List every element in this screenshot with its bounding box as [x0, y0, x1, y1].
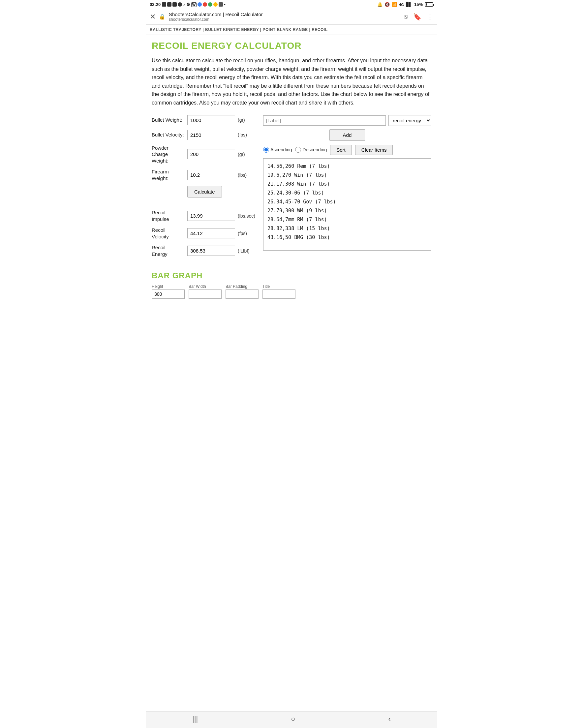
- label-row: recoil energy recoil impulse recoil velo…: [263, 115, 431, 126]
- status-right: 🔔 🔇 📶 4G ▊▌ 15%: [377, 2, 433, 7]
- list-item: 26.34,45-70 Gov (7 lbs): [268, 198, 427, 206]
- bookmark-icon[interactable]: 🔖: [413, 13, 422, 21]
- bullet-velocity-row: Bullet Velocity: (fps): [152, 130, 255, 140]
- bullet-velocity-unit: (fps): [238, 132, 247, 137]
- descending-text: Descending: [302, 147, 327, 152]
- title-label: Title: [262, 284, 296, 289]
- bar-padding-control: Bar Padding: [226, 284, 258, 299]
- mute-icon: 🔇: [384, 2, 390, 7]
- chrome-icon-3: [208, 2, 212, 7]
- list-item: 19.6,270 Win (7 lbs): [268, 171, 427, 180]
- notif-icon-6: ⚙: [186, 2, 190, 7]
- status-left: 02:20 ♪ ⚙ W •: [150, 2, 226, 7]
- powder-charge-label: PowderChargeWeight:: [152, 145, 185, 164]
- browser-bar: ✕ 🔒 ShootersCalculator.com | Recoil Calc…: [146, 9, 437, 25]
- list-item: 21.17,308 Win (7 lbs): [268, 180, 427, 189]
- ascending-radio[interactable]: [263, 147, 269, 153]
- more-icon: [219, 2, 223, 7]
- sort-row: Ascending Descending Sort Clear Items: [263, 145, 431, 155]
- label-input[interactable]: [263, 115, 386, 126]
- powder-charge-row: PowderChargeWeight: (gr): [152, 145, 255, 164]
- calculator-section: Bullet Weight: (gr) Bullet Velocity: (fp…: [152, 115, 431, 262]
- bar-graph-title: BAR GRAPH: [152, 271, 431, 280]
- firearm-weight-row: FirearmWeight: (lbs): [152, 168, 255, 181]
- descending-radio[interactable]: [295, 147, 301, 153]
- recoil-velocity-label: RecoilVelocity: [152, 227, 185, 240]
- bullet-velocity-input[interactable]: [187, 130, 235, 140]
- share-icon[interactable]: ⎋: [404, 13, 408, 21]
- descending-label[interactable]: Descending: [295, 147, 327, 153]
- notif-icon-1: [162, 2, 166, 7]
- clear-items-button[interactable]: Clear Items: [355, 145, 393, 155]
- bar-padding-label: Bar Padding: [226, 284, 258, 289]
- title-control: Title: [262, 284, 296, 299]
- recoil-energy-unit: (ft.lbf): [238, 248, 250, 254]
- right-panel: recoil energy recoil impulse recoil velo…: [263, 115, 431, 251]
- bar-width-input[interactable]: [188, 289, 222, 299]
- close-tab-button[interactable]: ✕: [150, 12, 156, 21]
- browser-url: shooterscalculator.com: [169, 17, 401, 22]
- alarm-icon: 🔔: [377, 2, 382, 7]
- notif-icon-3: [173, 2, 177, 7]
- nav-bar: BALLISTIC TRAJECTORY | BULLET KINETIC EN…: [146, 25, 437, 35]
- calculate-btn-row: Calculate: [152, 186, 255, 203]
- sort-button[interactable]: Sort: [330, 145, 352, 155]
- lock-icon: 🔒: [159, 14, 166, 20]
- notif-icon-4: [178, 2, 182, 7]
- signal-bars: ▊▌: [406, 2, 412, 7]
- title-input[interactable]: [262, 289, 296, 299]
- list-item: 27.79,300 WM (9 lbs): [268, 206, 427, 215]
- firearm-weight-input[interactable]: [187, 170, 235, 180]
- powder-charge-input[interactable]: [187, 149, 235, 159]
- metric-dropdown[interactable]: recoil energy recoil impulse recoil velo…: [388, 115, 431, 126]
- browser-action-icons: ⎋ 🔖 ⋮: [404, 13, 433, 21]
- bullet-weight-unit: (gr): [238, 118, 245, 123]
- more-options-icon[interactable]: ⋮: [427, 13, 433, 21]
- page-description: Use this calculator to calculate the rec…: [152, 56, 431, 107]
- url-info: ShootersCalculator.com | Recoil Calculat…: [169, 11, 401, 22]
- time-display: 02:20: [150, 2, 160, 7]
- bar-width-label: Bar Width: [188, 284, 222, 289]
- list-item: 25.24,30-06 (7 lbs): [268, 189, 427, 198]
- chrome-icon-4: [213, 2, 218, 7]
- height-input[interactable]: [152, 289, 185, 299]
- height-label: Height: [152, 284, 185, 289]
- weather-icon: W: [191, 2, 197, 7]
- recoil-velocity-row: RecoilVelocity (fps): [152, 227, 255, 240]
- add-row: Add: [263, 129, 431, 141]
- bar-graph-controls: Height Bar Width Bar Padding Title: [152, 284, 431, 299]
- list-item: 14.56,260 Rem (7 lbs): [268, 162, 427, 171]
- bullet-weight-label: Bullet Weight:: [152, 117, 185, 123]
- recoil-impulse-input[interactable]: [187, 211, 235, 221]
- main-content: RECOIL ENERGY CALCULATOR Use this calcul…: [146, 35, 437, 330]
- height-control: Height: [152, 284, 185, 299]
- nav-links: BALLISTIC TRAJECTORY | BULLET KINETIC EN…: [150, 27, 328, 32]
- bullet-weight-row: Bullet Weight: (gr): [152, 115, 255, 125]
- page-title: RECOIL ENERGY CALCULATOR: [152, 41, 431, 51]
- powder-charge-unit: (gr): [238, 152, 245, 157]
- recoil-energy-input[interactable]: [187, 245, 235, 256]
- firearm-weight-unit: (lbs): [238, 173, 247, 178]
- notif-icon-2: [167, 2, 172, 7]
- recoil-energy-label: RecoilEnergy: [152, 244, 185, 257]
- add-button[interactable]: Add: [329, 129, 365, 141]
- bullet-velocity-label: Bullet Velocity:: [152, 132, 185, 138]
- list-item: 28.82,338 LM (15 lbs): [268, 224, 427, 233]
- recoil-energy-row: RecoilEnergy (ft.lbf): [152, 244, 255, 257]
- browser-title: ShootersCalculator.com | Recoil Calculat…: [169, 11, 401, 17]
- recoil-impulse-row: RecoilImpulse (lbs.sec): [152, 209, 255, 222]
- ascending-label[interactable]: Ascending: [263, 147, 292, 153]
- battery-pct: 15%: [414, 2, 423, 7]
- bar-padding-input[interactable]: [226, 289, 258, 299]
- list-item: 28.64,7mm RM (7 lbs): [268, 215, 427, 224]
- left-panel: Bullet Weight: (gr) Bullet Velocity: (fp…: [152, 115, 255, 262]
- bar-graph-section: BAR GRAPH Height Bar Width Bar Padding T…: [152, 271, 431, 299]
- list-item: 43.16,50 BMG (30 lbs): [268, 233, 427, 242]
- calculate-button[interactable]: Calculate: [187, 186, 222, 198]
- notif-icon-5: ♪: [183, 2, 185, 7]
- firearm-weight-label: FirearmWeight:: [152, 168, 185, 181]
- chrome-icon-2: [203, 2, 207, 7]
- status-bar: 02:20 ♪ ⚙ W • 🔔 🔇 📶 4G ▊▌ 15%: [146, 0, 437, 9]
- recoil-velocity-input[interactable]: [187, 228, 235, 238]
- bullet-weight-input[interactable]: [187, 115, 235, 125]
